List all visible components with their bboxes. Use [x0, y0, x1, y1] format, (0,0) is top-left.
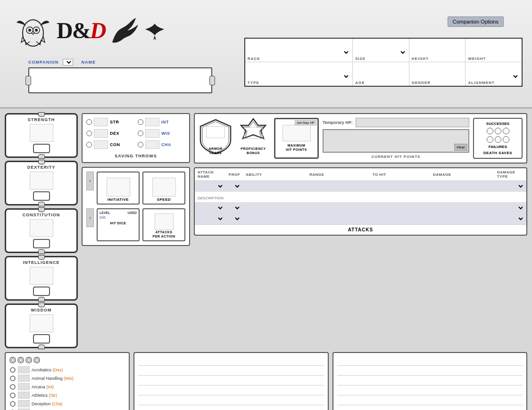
max-hp-input[interactable] [283, 125, 311, 141]
skill-score-athletics[interactable] [18, 392, 30, 399]
weight-value[interactable] [468, 48, 519, 57]
height-value[interactable] [412, 48, 463, 57]
skill-circle-deception[interactable] [9, 401, 16, 407]
skill-score-arcana[interactable] [18, 383, 30, 390]
attack-damage-1[interactable] [370, 181, 430, 192]
temp-hp-input[interactable] [356, 118, 469, 127]
heal-button[interactable]: Heal [454, 144, 467, 151]
race-select[interactable] [248, 49, 350, 56]
attack-prof-select-3[interactable] [228, 215, 241, 223]
attack-prof-3[interactable] [226, 213, 243, 224]
skill-score-deception[interactable] [18, 400, 30, 407]
attacks-per-action-input[interactable] [155, 213, 174, 230]
attack-name-2[interactable] [195, 203, 226, 213]
attack-range-2[interactable] [243, 203, 307, 213]
dexterity-value-input[interactable] [30, 172, 53, 189]
failure-circle-2[interactable] [495, 136, 501, 143]
attack-extra-1[interactable] [494, 181, 526, 192]
attack-name-select-3[interactable] [197, 215, 224, 223]
attack-tohit-input-1[interactable] [308, 183, 368, 190]
notes-content-2[interactable] [337, 357, 523, 410]
size-select[interactable] [355, 49, 407, 56]
attack-dmgtype-input-1[interactable] [432, 183, 492, 190]
proficiency-bonus-input[interactable] [244, 127, 263, 139]
attack-dmgtype-input-3[interactable] [432, 215, 492, 222]
attack-tohit-input-2[interactable] [308, 205, 368, 212]
attack-tohit-1[interactable] [307, 181, 370, 192]
intelligence-value-input[interactable] [30, 267, 53, 285]
skill-circle-acrobatics[interactable] [9, 367, 16, 373]
dexterity-modifier[interactable] [33, 191, 50, 201]
current-hp-input[interactable] [324, 130, 468, 152]
success-circle-3[interactable] [503, 128, 509, 134]
attack-extra-2[interactable] [494, 203, 526, 213]
attack-name-select-1[interactable] [197, 182, 224, 190]
attack-damage-2[interactable] [370, 203, 430, 213]
companion-select[interactable] [63, 59, 73, 66]
attack-dmgtype-2[interactable] [430, 203, 494, 213]
attack-extra-select-2[interactable] [496, 204, 524, 212]
skill-circle-animal-handling[interactable] [9, 375, 16, 382]
get-max-hp-button[interactable]: Get Max HP [295, 120, 316, 125]
attack-prof-select-1[interactable] [228, 182, 241, 190]
attack-tohit-3[interactable] [307, 213, 370, 224]
attack-range-input-1[interactable] [245, 183, 305, 190]
saving-throw-score-str[interactable] [94, 118, 108, 126]
strength-value-input[interactable] [30, 124, 53, 142]
saving-throw-score-int[interactable] [145, 118, 159, 126]
attack-dmgtype-input-2[interactable] [432, 205, 492, 212]
gender-value[interactable] [412, 72, 463, 81]
attack-tohit-input-3[interactable] [308, 215, 368, 222]
skill-score-acrobatics[interactable] [18, 366, 30, 373]
companion-options-button[interactable]: Companion Options [448, 16, 504, 27]
success-circle-1[interactable] [487, 128, 493, 134]
attack-prof-1[interactable] [226, 181, 243, 192]
failure-circle-1[interactable] [487, 136, 493, 143]
attack-range-1[interactable] [243, 181, 307, 192]
age-value[interactable] [355, 72, 407, 81]
failure-circle-3[interactable] [503, 136, 509, 143]
attack-range-input-3[interactable] [245, 215, 305, 222]
size-cell: SIZE [353, 39, 409, 62]
attack-name-1[interactable] [195, 181, 226, 192]
notes-content-1[interactable] [138, 357, 324, 410]
attack-prof-2[interactable] [226, 203, 243, 213]
attack-damage-input-2[interactable] [372, 205, 428, 212]
attack-damage-3[interactable] [370, 213, 430, 224]
attack-name-3[interactable] [195, 213, 226, 224]
attack-range-input-2[interactable] [245, 205, 305, 212]
wisdom-value-input[interactable] [30, 314, 53, 332]
skill-circle-athletics[interactable] [9, 392, 16, 399]
saving-throw-score-cha[interactable] [145, 140, 159, 149]
type-select[interactable] [248, 73, 350, 80]
saving-throw-score-dex[interactable] [94, 129, 108, 138]
skill-score-animal-handling[interactable] [18, 375, 30, 382]
attack-prof-select-2[interactable] [228, 204, 241, 212]
saving-throw-score-con[interactable] [94, 140, 108, 149]
attack-damage-input-1[interactable] [372, 183, 428, 190]
saving-throw-score-wis[interactable] [145, 129, 159, 138]
attack-range-3[interactable] [243, 213, 307, 224]
attack-extra-select-1[interactable] [496, 182, 524, 190]
intelligence-modifier[interactable] [33, 287, 50, 296]
attack-tohit-2[interactable] [307, 203, 370, 213]
attack-dmgtype-1[interactable] [430, 181, 494, 192]
strength-modifier[interactable] [33, 144, 50, 153]
attack-extra-select-3[interactable] [496, 215, 524, 223]
initiative-input[interactable] [107, 178, 130, 197]
armor-class-input[interactable] [206, 126, 225, 138]
alignment-cell: ALIGNMENT [466, 62, 522, 86]
success-circle-2[interactable] [495, 128, 501, 134]
attack-damage-input-3[interactable] [372, 215, 428, 222]
speed-input[interactable] [152, 178, 176, 197]
attack-dmgtype-3[interactable] [430, 213, 494, 224]
attack-extra-3[interactable] [494, 213, 526, 224]
expand-hitdice-btn[interactable]: › [86, 208, 94, 227]
alignment-select[interactable] [468, 73, 519, 80]
constitution-modifier[interactable] [33, 239, 50, 248]
attack-name-select-2[interactable] [197, 204, 224, 212]
expand-initiative-btn[interactable]: › [86, 172, 94, 190]
constitution-value-input[interactable] [30, 219, 53, 237]
wisdom-modifier[interactable] [33, 334, 50, 344]
skill-circle-arcana[interactable] [9, 384, 16, 390]
